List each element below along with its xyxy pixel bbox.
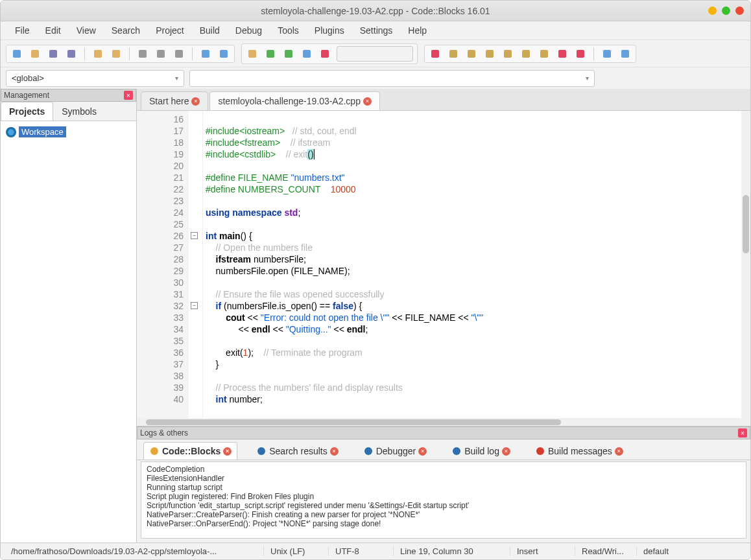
menu-project[interactable]: Project xyxy=(149,23,191,38)
log-line: Script plugin registered: Find Broken Fi… xyxy=(147,492,741,501)
cut-button[interactable] xyxy=(136,47,149,60)
editor-tab[interactable]: stemloyola-challenge-19.03-A2.cpp× xyxy=(209,91,379,110)
copy-button[interactable] xyxy=(154,47,167,60)
svg-rect-11 xyxy=(248,50,256,58)
menu-file[interactable]: File xyxy=(8,23,36,38)
save-all-button[interactable] xyxy=(65,47,78,60)
logs-tab-code-blocks[interactable]: Code::Blocks× xyxy=(143,442,237,460)
menu-settings[interactable]: Settings xyxy=(353,23,399,38)
debug-run-button[interactable] xyxy=(429,47,442,60)
window: stemloyola-challenge-19.03-A2.cpp - Code… xyxy=(0,0,751,560)
vertical-scrollbar[interactable] xyxy=(741,111,750,426)
management-tab-symbols[interactable]: Symbols xyxy=(53,102,105,121)
close-icon[interactable]: × xyxy=(363,97,372,106)
stop-button[interactable] xyxy=(318,47,331,60)
flag-icon xyxy=(535,446,545,456)
management-tab-projects[interactable]: Projects xyxy=(1,102,53,121)
project-tree[interactable]: Workspace xyxy=(1,121,136,542)
close-button[interactable] xyxy=(735,6,744,15)
code-content[interactable]: #include<iostream> // std, cout, endl#in… xyxy=(203,111,750,426)
scope-combo-left[interactable]: <global> ▾ xyxy=(6,70,184,87)
status-eol: Unix (LF) xyxy=(264,546,329,556)
open-file-button[interactable] xyxy=(29,47,42,60)
toolbar-compiler xyxy=(241,43,418,64)
menu-help[interactable]: Help xyxy=(401,23,433,38)
replace-button[interactable] xyxy=(217,47,230,60)
build-run-button[interactable] xyxy=(282,47,295,60)
minimize-button[interactable] xyxy=(708,6,717,15)
editor-tab[interactable]: Start here× xyxy=(141,91,208,110)
run-button[interactable] xyxy=(264,47,277,60)
find-button[interactable] xyxy=(199,47,212,60)
next-instr-button[interactable] xyxy=(519,47,532,60)
svg-rect-3 xyxy=(67,50,75,58)
scope-combo-right[interactable]: ▾ xyxy=(189,70,595,87)
paste-button[interactable] xyxy=(173,47,185,60)
vertical-scroll-thumb[interactable] xyxy=(743,195,749,253)
new-file-button[interactable] xyxy=(10,47,23,60)
management-panel: Management × ProjectsSymbols Workspace xyxy=(1,89,137,542)
logs-tab-debugger[interactable]: Debugger× xyxy=(357,442,433,460)
rebuild-button[interactable] xyxy=(300,47,313,60)
workspace-label: Workspace xyxy=(19,126,66,137)
editor-area: Start here×stemloyola-challenge-19.03-A2… xyxy=(137,89,750,542)
step-into-button[interactable] xyxy=(483,47,496,60)
break-button[interactable] xyxy=(556,47,569,60)
build-button[interactable] xyxy=(246,47,259,60)
management-titlebar: Management × xyxy=(1,89,136,102)
close-icon[interactable]: × xyxy=(615,447,623,456)
logs-tab-build-log[interactable]: Build log× xyxy=(446,442,516,460)
maximize-button[interactable] xyxy=(722,6,730,15)
status-path: /home/frathoso/Downloads/19.03-A2-cpp/st… xyxy=(5,546,264,556)
toolbar-debugger xyxy=(424,45,636,63)
fold-column[interactable]: −− xyxy=(189,111,203,426)
close-icon[interactable]: × xyxy=(418,447,427,456)
stop-debug-button[interactable] xyxy=(574,47,587,60)
window-controls xyxy=(708,6,744,15)
logs-tab-build-messages[interactable]: Build messages× xyxy=(529,442,629,460)
menu-build[interactable]: Build xyxy=(193,23,226,38)
svg-rect-21 xyxy=(522,50,530,58)
panel-close-icon[interactable]: × xyxy=(738,428,747,438)
step-out-button[interactable] xyxy=(501,47,514,60)
menu-tools[interactable]: Tools xyxy=(271,23,305,38)
save-button[interactable] xyxy=(47,47,60,60)
menu-debug[interactable]: Debug xyxy=(229,23,268,38)
logs-tab-search-results[interactable]: Search results× xyxy=(250,442,344,460)
logs-body[interactable]: CodeCompletionFilesExtensionHandlerRunni… xyxy=(141,461,746,539)
svg-point-30 xyxy=(453,447,460,455)
fold-toggle[interactable]: − xyxy=(191,232,198,239)
horizontal-scroll-thumb[interactable] xyxy=(146,419,561,425)
menu-view[interactable]: View xyxy=(70,23,102,38)
menu-plugins[interactable]: Plugins xyxy=(308,23,351,38)
close-icon[interactable]: × xyxy=(223,447,232,456)
panel-close-icon[interactable]: × xyxy=(124,91,133,100)
close-icon[interactable]: × xyxy=(330,447,339,456)
scope-row: <global> ▾ ▾ xyxy=(1,67,750,89)
run-to-cursor-button[interactable] xyxy=(447,47,460,60)
management-tabs: ProjectsSymbols xyxy=(1,102,136,121)
fold-toggle[interactable]: − xyxy=(191,302,198,309)
log-line: FilesExtensionHandler xyxy=(147,474,741,483)
close-icon[interactable]: × xyxy=(502,447,510,456)
menu-search[interactable]: Search xyxy=(105,23,147,38)
statusbar: /home/frathoso/Downloads/19.03-A2-cpp/st… xyxy=(1,542,750,559)
menubar[interactable]: FileEditViewSearchProjectBuildDebugTools… xyxy=(1,21,750,40)
line-gutter: 1617181920212223242526272829303132333435… xyxy=(137,111,189,426)
workspace-node[interactable]: Workspace xyxy=(6,126,131,137)
svg-point-31 xyxy=(536,447,544,455)
step-instr-button[interactable] xyxy=(538,47,551,60)
debug-info-button[interactable] xyxy=(619,47,632,60)
close-icon[interactable]: × xyxy=(191,97,200,106)
svg-rect-12 xyxy=(267,50,274,58)
redo-button[interactable] xyxy=(110,47,123,60)
next-line-button[interactable] xyxy=(465,47,478,60)
titlebar: stemloyola-challenge-19.03-A2.cpp - Code… xyxy=(1,1,750,21)
svg-rect-6 xyxy=(139,50,147,58)
horizontal-scrollbar[interactable] xyxy=(137,418,741,426)
undo-button[interactable] xyxy=(91,47,104,60)
build-target-combo[interactable] xyxy=(337,46,413,62)
debug-windows-button[interactable] xyxy=(601,47,614,60)
menu-edit[interactable]: Edit xyxy=(39,23,67,38)
code-editor[interactable]: 1617181920212223242526272829303132333435… xyxy=(137,111,750,426)
